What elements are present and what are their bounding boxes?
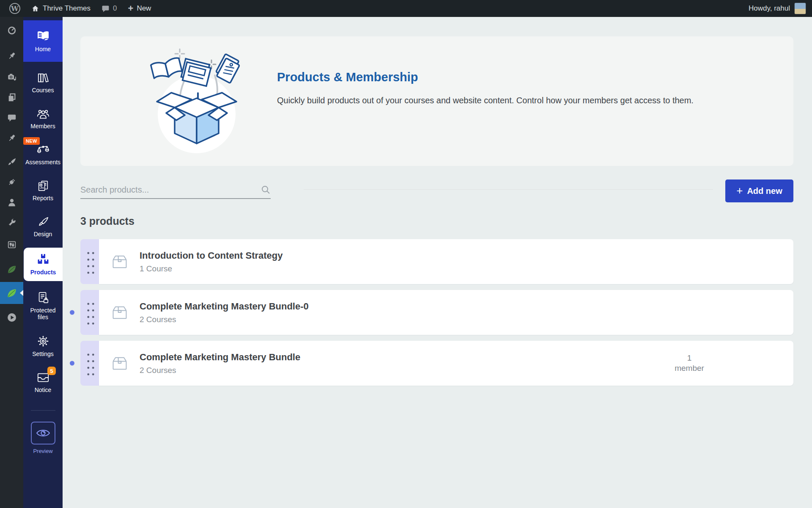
plus-icon: + [128, 4, 134, 13]
sidebar-item-reports[interactable]: Reports [23, 176, 63, 206]
search-input[interactable] [80, 185, 261, 195]
pages-icon[interactable] [7, 92, 17, 102]
sidebar-item-protected-files[interactable]: Protected files [23, 287, 63, 325]
pin-icon[interactable] [7, 133, 17, 143]
product-subtitle: 2 Courses [140, 315, 309, 324]
play-icon[interactable] [7, 312, 17, 323]
wp-admin-bar: W Thrive Themes 0 + New Howdy, rahul [0, 0, 812, 17]
product-list: Introduction to Content Strategy 1 Cours… [80, 239, 793, 392]
page-title: Products & Membership [277, 70, 708, 84]
sidebar-item-design[interactable]: Design [23, 212, 63, 242]
page-description: Quickly build products out of your cours… [277, 94, 706, 107]
sidebar-item-assessments[interactable]: NEW Assessments [23, 140, 63, 170]
member-label: member [662, 363, 717, 373]
sidebar-item-notice[interactable]: 5 Notice [23, 367, 63, 398]
sidebar-item-label: Members [30, 123, 55, 130]
media-camera-icon[interactable] [7, 72, 17, 82]
thrive-leaf-icon[interactable] [7, 264, 17, 274]
unpublished-dot [70, 310, 74, 315]
sidebar-divider [31, 410, 55, 411]
sidebar-item-label: Products [30, 269, 56, 276]
plus-icon: + [736, 185, 743, 196]
howdy-text: Howdy, rahul [749, 4, 790, 13]
search-products-field [80, 181, 271, 199]
sidebar-item-products[interactable]: Products [24, 248, 63, 281]
product-row: Complete Marketing Mastery Bundle 2 Cour… [80, 341, 793, 386]
product-row: Complete Marketing Mastery Bundle-0 2 Co… [80, 290, 793, 335]
sidebar-item-label: Notice [35, 387, 52, 393]
settings-sliders-icon[interactable] [7, 240, 17, 250]
tools-wrench-icon[interactable] [7, 218, 17, 228]
new-content-menu[interactable]: + New [125, 0, 155, 17]
drag-dots-icon [85, 299, 95, 326]
home-icon [31, 5, 39, 13]
sidebar-item-label: Design [34, 231, 52, 237]
current-page-arrow [20, 290, 23, 296]
preview-label: Preview [33, 448, 52, 455]
product-card[interactable]: Complete Marketing Mastery Bundle 2 Cour… [99, 341, 793, 386]
sidebar-item-courses[interactable]: Courses [23, 68, 63, 98]
sidebar-item-label: Home [35, 46, 51, 52]
product-title: Complete Marketing Mastery Bundle-0 [140, 301, 309, 312]
hero-text: Products & Membership Quickly build prod… [277, 70, 708, 107]
product-count-heading: 3 products [80, 215, 134, 227]
comments-icon[interactable] [7, 113, 17, 123]
comment-bubble-icon [102, 5, 110, 13]
add-new-button[interactable]: + Add new [725, 179, 793, 202]
plugins-plug-icon[interactable] [7, 177, 17, 187]
member-count: 1 [662, 353, 717, 363]
comments-menu[interactable]: 0 [98, 0, 120, 17]
sidebar-item-label: Courses [32, 87, 54, 94]
site-name: Thrive Themes [43, 4, 91, 13]
members-group-icon [36, 108, 50, 120]
thrive-leaf-active-icon[interactable] [0, 282, 23, 304]
new-badge: NEW [23, 137, 40, 145]
hero-banner: Products & Membership Quickly build prod… [80, 36, 793, 166]
site-name-link[interactable]: Thrive Themes [28, 0, 94, 17]
pin-icon[interactable] [7, 51, 17, 61]
preview-eye-icon [31, 422, 55, 444]
wp-logo-menu[interactable]: W [6, 0, 24, 17]
settings-gear-icon [37, 335, 49, 348]
product-card[interactable]: Complete Marketing Mastery Bundle-0 2 Co… [99, 290, 793, 335]
courses-library-icon [37, 72, 49, 84]
sidebar-item-home[interactable]: Home [23, 20, 63, 62]
drag-handle[interactable] [80, 341, 99, 386]
new-label: New [137, 4, 151, 13]
product-subtitle: 1 Course [140, 264, 283, 273]
wp-admin-sidebar [0, 17, 23, 508]
sidebar-item-label: Settings [32, 351, 54, 357]
search-icon[interactable] [261, 185, 271, 195]
account-menu[interactable]: Howdy, rahul [749, 3, 812, 14]
product-subtitle: 2 Courses [140, 366, 300, 375]
package-icon [111, 355, 129, 372]
reports-chart-icon [37, 180, 49, 192]
admin-bar-left: W Thrive Themes 0 + New [0, 0, 154, 17]
sidebar-item-members[interactable]: Members [23, 104, 63, 134]
appearance-brush-icon[interactable] [7, 157, 17, 167]
products-boxes-icon [36, 253, 50, 266]
wordpress-logo-icon: W [9, 3, 20, 14]
product-row: Introduction to Content Strategy 1 Cours… [80, 239, 793, 284]
product-title: Introduction to Content Strategy [140, 250, 283, 261]
product-title: Complete Marketing Mastery Bundle [140, 352, 300, 363]
product-card[interactable]: Introduction to Content Strategy 1 Cours… [99, 239, 793, 284]
preview-button[interactable]: Preview [31, 422, 55, 455]
package-icon [111, 304, 129, 321]
sidebar-item-label: Protected files [28, 307, 58, 320]
users-icon[interactable] [7, 197, 17, 207]
dashboard-icon[interactable] [7, 25, 17, 36]
sidebar-item-settings[interactable]: Settings [23, 331, 63, 362]
drag-handle[interactable] [80, 239, 99, 284]
notice-count-badge: 5 [47, 367, 56, 375]
unpublished-dot [70, 361, 74, 366]
sidebar-item-label: Assessments [25, 159, 60, 166]
drag-handle[interactable] [80, 290, 99, 335]
drag-dots-icon [85, 248, 95, 275]
products-box-illustration [144, 43, 250, 160]
user-avatar [794, 3, 806, 14]
thrive-apprentice-sidebar: Home Courses Members NEW Assessments Rep… [23, 17, 63, 508]
member-count-block: 1 member [662, 353, 717, 373]
home-book-icon [36, 30, 50, 43]
design-brush-icon [37, 216, 49, 228]
